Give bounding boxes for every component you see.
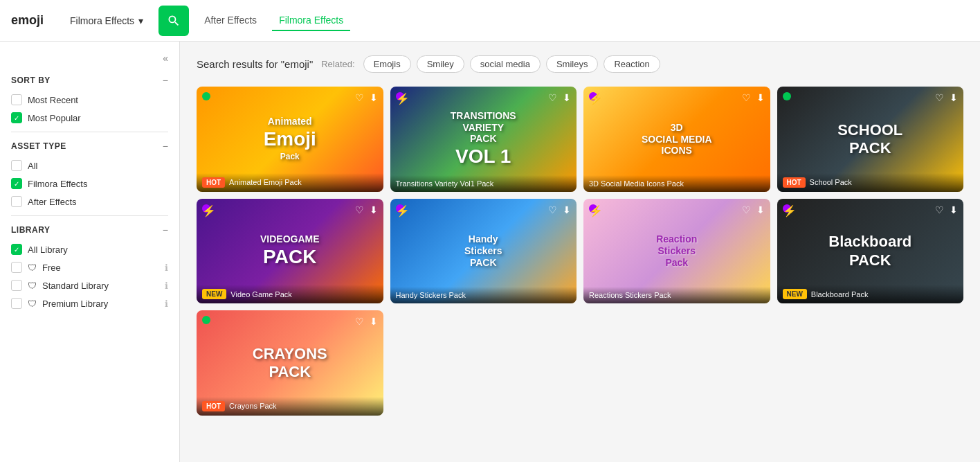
- card-inner-text-1: AnimatedEmojiPack: [206, 116, 374, 162]
- library-free[interactable]: 🛡 Free ℹ: [11, 262, 168, 273]
- sidebar-collapse-button[interactable]: «: [11, 53, 168, 64]
- library-collapse-icon[interactable]: −: [163, 224, 168, 236]
- download-icon-6[interactable]: ⬇: [563, 204, 571, 215]
- tag-smileys[interactable]: Smileys: [546, 55, 599, 73]
- download-icon-8[interactable]: ⬇: [950, 204, 958, 215]
- library-all-checkbox[interactable]: [11, 244, 22, 255]
- card-inner-text-5: VIDEOGAMEPACK: [206, 233, 374, 268]
- download-icon-5[interactable]: ⬇: [370, 204, 378, 215]
- asset-type-collapse-icon[interactable]: −: [163, 141, 168, 152]
- download-icon-7[interactable]: ⬇: [756, 204, 765, 215]
- library-title: LIBRARY: [11, 225, 50, 235]
- info-premium-icon[interactable]: ℹ: [165, 299, 168, 309]
- sort-most-recent-label: Most Recent: [28, 95, 78, 105]
- card-3d-social[interactable]: ⚡ ♡ ⬇ 3DSOCIAL MEDIAICONS 3D Social Medi…: [583, 87, 770, 192]
- badge-new-5: NEW: [202, 289, 226, 299]
- tag-smiley[interactable]: Smiley: [417, 55, 464, 73]
- card-animated-emoji[interactable]: ♡ ⬇ AnimatedEmojiPack HOT Animated Emoji…: [197, 87, 383, 192]
- library-standard[interactable]: 🛡 Standard Library ℹ: [11, 280, 168, 291]
- card-overlay-6: Handy Stickers Pack: [390, 287, 577, 303]
- tag-reaction[interactable]: Reaction: [604, 55, 660, 73]
- tab-filmora-effects[interactable]: Filmora Effects: [272, 10, 350, 31]
- info-standard-icon[interactable]: ℹ: [165, 281, 168, 291]
- indicator-green-9: [202, 316, 210, 324]
- card-overlay-9: HOT Crayons Pack: [197, 397, 383, 416]
- indicator-purple-2: ⚡: [396, 92, 404, 100]
- filter-dropdown[interactable]: Filmora Effects ▾: [63, 11, 150, 30]
- sort-by-collapse-icon[interactable]: −: [163, 75, 168, 86]
- header: emoji Filmora Effects ▾ After Effects Fi…: [0, 0, 980, 42]
- results-grid: ♡ ⬇ AnimatedEmojiPack HOT Animated Emoji…: [197, 87, 963, 416]
- card-blackboard[interactable]: ⚡ ♡ ⬇ BlackboardPACK NEW Blackboard Pack: [777, 199, 964, 304]
- divider-1: [11, 132, 168, 132]
- card-inner-text-2: TRANSITIONSVARIETYPACKVOL 1: [399, 110, 568, 168]
- related-tags: Emojis Smiley social media Smileys React…: [363, 55, 660, 73]
- card-overlay-5: NEW Video Game Pack: [197, 285, 383, 303]
- sort-most-recent[interactable]: Most Recent: [11, 94, 168, 105]
- sort-most-popular-checkbox[interactable]: [11, 112, 22, 123]
- heart-icon-2: ♡: [548, 92, 557, 103]
- download-icon-9[interactable]: ⬇: [370, 316, 378, 327]
- library-premium-label: Premium Library: [42, 299, 108, 309]
- card-reaction-stickers[interactable]: ⚡ ♡ ⬇ ReactionStickersPack Reactions Sti…: [583, 199, 770, 304]
- download-icon-2[interactable]: ⬇: [563, 92, 571, 103]
- heart-icon-3: ♡: [742, 92, 751, 103]
- card-title-9: Crayons Pack: [229, 402, 276, 410]
- info-free-icon[interactable]: ℹ: [165, 263, 168, 273]
- heart-icon-1: ♡: [355, 92, 364, 103]
- badge-hot-9: HOT: [202, 401, 225, 411]
- card-inner-text-6: HandyStickersPACK: [399, 233, 568, 268]
- card-crayons[interactable]: ♡ ⬇ CRAYONSPACK HOT Crayons Pack: [197, 310, 383, 416]
- sort-by-section-header: SORT BY −: [11, 75, 168, 86]
- library-premium-checkbox[interactable]: [11, 298, 22, 309]
- library-standard-label: Standard Library: [42, 281, 109, 291]
- library-premium[interactable]: 🛡 Premium Library ℹ: [11, 298, 168, 309]
- card-inner-text-7: ReactionStickersPack: [592, 233, 761, 268]
- heart-icon-8: ♡: [935, 204, 944, 215]
- library-free-label: Free: [42, 263, 61, 273]
- asset-after-effects[interactable]: After Effects: [11, 196, 168, 207]
- indicator-purple-3: ⚡: [589, 92, 597, 100]
- shield-premium-icon: 🛡: [28, 299, 37, 309]
- search-button[interactable]: [158, 6, 189, 36]
- card-school[interactable]: ♡ ⬇ SCHOOLPACK HOT School Pack: [777, 87, 964, 192]
- tab-after-effects[interactable]: After Effects: [197, 10, 264, 31]
- card-overlay-2: Transitions Variety Vol1 Pack: [390, 175, 577, 192]
- asset-after-effects-label: After Effects: [28, 197, 77, 207]
- card-overlay-1: HOT Animated Emoji Pack: [197, 173, 383, 192]
- card-title-5: Video Game Pack: [230, 290, 291, 299]
- tag-social-media[interactable]: social media: [470, 55, 541, 73]
- library-standard-checkbox[interactable]: [11, 280, 22, 291]
- download-icon-4[interactable]: ⬇: [950, 92, 958, 103]
- card-videogame[interactable]: ⚡ ♡ ⬇ VIDEOGAMEPACK NEW Video Game Pack: [197, 199, 383, 304]
- heart-icon-9: ♡: [355, 316, 364, 327]
- card-inner-text-8: BlackboardPACK: [786, 233, 954, 269]
- card-title-2: Transitions Variety Vol1 Pack: [396, 179, 494, 188]
- asset-all[interactable]: All: [11, 160, 168, 171]
- card-handy-stickers[interactable]: ⚡ ♡ ⬇ HandyStickersPACK Handy Stickers P…: [390, 199, 577, 304]
- asset-type-title: ASSET TYPE: [11, 141, 66, 151]
- asset-after-effects-checkbox[interactable]: [11, 196, 22, 207]
- card-overlay-4: HOT School Pack: [777, 173, 964, 192]
- heart-icon-5: ♡: [355, 204, 364, 215]
- dropdown-label: Filmora Effects: [70, 15, 134, 26]
- badge-hot-4: HOT: [783, 177, 806, 188]
- chevron-down-icon: ▾: [138, 15, 143, 26]
- sort-most-popular[interactable]: Most Popular: [11, 112, 168, 123]
- app-logo: emoji: [11, 13, 44, 28]
- indicator-purple-5: ⚡: [202, 204, 210, 213]
- card-inner-text-3: 3DSOCIAL MEDIAICONS: [592, 122, 761, 157]
- download-icon-3[interactable]: ⬇: [756, 92, 765, 103]
- indicator-purple-6: ⚡: [396, 204, 404, 213]
- asset-all-checkbox[interactable]: [11, 160, 22, 171]
- library-all[interactable]: All Library: [11, 244, 168, 255]
- asset-filmora-checkbox[interactable]: [11, 178, 22, 189]
- sort-most-recent-checkbox[interactable]: [11, 94, 22, 105]
- tag-emojis[interactable]: Emojis: [363, 55, 411, 73]
- library-all-label: All Library: [28, 245, 68, 255]
- download-icon-1[interactable]: ⬇: [370, 92, 378, 103]
- card-title-8: Blackboard Pack: [811, 290, 869, 299]
- card-transitions[interactable]: ⚡ ♡ ⬇ TRANSITIONSVARIETYPACKVOL 1 Transi…: [390, 87, 577, 192]
- library-free-checkbox[interactable]: [11, 262, 22, 273]
- asset-filmora[interactable]: Filmora Effects: [11, 178, 168, 189]
